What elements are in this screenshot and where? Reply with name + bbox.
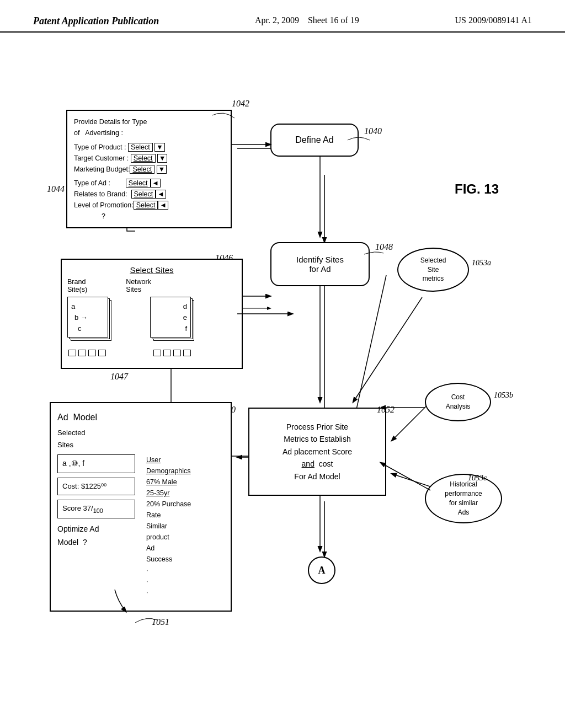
arrow-metrics-to-process [320, 292, 430, 410]
circle-a-connector: A [308, 556, 335, 584]
fig-13-label: FIG. 13 [455, 181, 499, 197]
ad-model-sites-selected: a ,⑩, f [57, 454, 135, 473]
brand-sites-pages: a b → c [67, 297, 117, 346]
process-prior-label: Process Prior SiteMetrics to EstablishAd… [282, 421, 352, 483]
sheet-info: Sheet 16 of 19 [308, 15, 359, 25]
sites-visual: a b → c d e f [67, 297, 236, 346]
demo-similar: SimilarproductAdSuccess [146, 521, 224, 565]
ref-line-1040 [337, 129, 381, 146]
ad-model-right-demographics: UserDemographics 67% Male25-35yr 20% Pur… [146, 454, 224, 598]
select-sites-headers: BrandSite(s) NetworkSites [67, 278, 236, 293]
ad-model-box: Ad Model Selected Sites a ,⑩, f Cost: $1… [50, 402, 232, 612]
ref-1053b: 1053b [494, 391, 513, 400]
provide-details-box: Provide Details for Type of Advertising … [66, 110, 232, 228]
arrow-provide-to-define [231, 139, 275, 150]
publication-title: Patent Application Publication [33, 15, 159, 27]
select-sites-box: Select Sites BrandSite(s) NetworkSites a… [61, 259, 243, 369]
network-sites-label: NetworkSites [126, 278, 151, 293]
arrow-cost-to-process [381, 397, 430, 419]
arrow-define-to-identify [315, 157, 326, 245]
arrow-hist-to-process [375, 457, 436, 496]
publication-date: Apr. 2, 2009 [255, 15, 299, 25]
ad-model-sites: Sites [57, 439, 224, 451]
arrow-to-circle-a [315, 496, 326, 559]
demo-dots: ··· [146, 565, 224, 598]
connector-line [237, 303, 303, 325]
field-relates-brand: Relates to Brand: Select◄ [74, 189, 224, 200]
demo-male: 67% Male25-35yr [146, 477, 224, 499]
patent-number: US 2009/0089141 A1 [455, 15, 532, 25]
ref-line-1042 [190, 101, 246, 124]
arrow-select-to-identify [243, 291, 276, 302]
ad-model-left: a ,⑩, f Cost: $1225⁰⁰ Score 37/100 Optim… [57, 454, 135, 598]
ad-model-title: Ad Model [57, 410, 224, 425]
ad-model-score: Score 37/100 [57, 500, 135, 518]
date-sheet: Apr. 2, 2009 Sheet 16 of 19 [255, 15, 359, 25]
field-type-ad: Type of Ad : Select◄ [74, 178, 224, 189]
identify-sites-box: Identify Sitesfor Ad [270, 242, 370, 286]
field-marketing-budget: Marketing Budget:Select ▼ [74, 164, 224, 175]
field-type-product: Type of Product : Select ▼ [74, 142, 224, 153]
identify-sites-label: Identify Sitesfor Ad [296, 255, 344, 274]
field-target-customer: Target Customer : Select ▼ [74, 153, 224, 164]
ad-model-content-row: a ,⑩, f Cost: $1225⁰⁰ Score 37/100 Optim… [57, 454, 224, 598]
circle-a-label: A [318, 565, 326, 576]
ref-1053c: 1053c [468, 474, 487, 483]
process-prior-box: Process Prior SiteMetrics to EstablishAd… [248, 408, 386, 496]
ref-1053a: 1053a [472, 259, 491, 267]
select-sites-title: Select Sites [67, 265, 236, 275]
ad-model-optimize: Optimize AdModel ? [57, 523, 135, 549]
ref-1047: 1047 [110, 372, 128, 382]
field-question: ? [102, 211, 224, 222]
ad-model-cost: Cost: $1225⁰⁰ [57, 478, 135, 495]
network-bottom-squares [153, 350, 191, 356]
brand-sites-label: BrandSite(s) [67, 278, 87, 293]
svg-line-20 [381, 463, 430, 490]
historical-perf-label: Historicalperformancefor similarAds [445, 480, 482, 517]
cost-analysis-box: CostAnalysis [425, 383, 491, 421]
ref-1044: 1044 [47, 184, 65, 194]
diagram-area: Provide Details for Type of Advertising … [0, 38, 565, 722]
demo-purchase: 20% PurchaseRate [146, 499, 224, 521]
ad-model-selected: Selected [57, 427, 224, 439]
historical-perf-box: Historicalperformancefor similarAds [425, 474, 502, 523]
cost-analysis-label: CostAnalysis [446, 393, 471, 411]
field-level-promo: Level of Promotion:Select◄ [74, 200, 224, 211]
arrow-optimize [104, 590, 137, 620]
box-title-line2: of Advertising : [74, 127, 224, 138]
demographics-title: UserDemographics [146, 454, 224, 477]
page-header: Patent Application Publication Apr. 2, 2… [0, 0, 565, 33]
network-sites-pages: d e f [139, 297, 194, 346]
define-ad-label: Define Ad [295, 135, 333, 145]
svg-line-18 [353, 297, 422, 402]
brand-bottom-squares [68, 350, 106, 356]
ref-line-1048 [359, 248, 386, 259]
selected-site-metrics-box: SelectedSitemetrics [397, 248, 469, 292]
selected-site-metrics-label: SelectedSitemetrics [420, 256, 446, 283]
